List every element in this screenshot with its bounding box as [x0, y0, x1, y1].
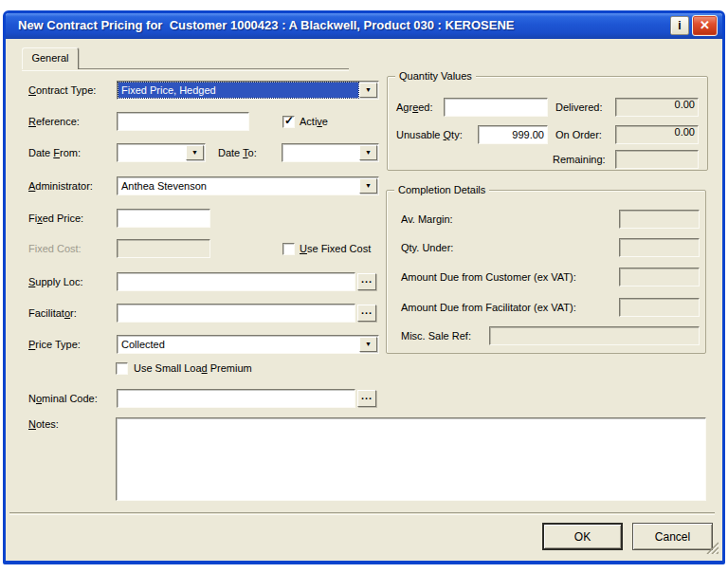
qty-under-label: Qty. Under:: [401, 238, 453, 257]
date-from-dropdown-button[interactable]: ▼: [186, 145, 204, 160]
active-checkbox[interactable]: ✓: [282, 116, 295, 128]
amount-due-customer-field: [619, 268, 700, 286]
quantity-values-title: Quantity Values: [395, 69, 476, 83]
completion-details-group: Completion Details Av. Margin: Qty. Unde…: [386, 190, 706, 354]
price-type-select[interactable]: Collected ▼: [117, 335, 379, 354]
facilitator-browse-button[interactable]: ...: [357, 305, 376, 322]
close-icon: ✕: [700, 18, 710, 32]
av-margin-label: Av. Margin:: [401, 210, 453, 229]
fixed-cost-label: Fixed Cost:: [28, 239, 82, 258]
nominal-code-label: Nominal Code:: [28, 389, 98, 408]
supply-loc-input[interactable]: [117, 272, 355, 291]
supply-loc-label: Supply Loc:: [28, 272, 83, 291]
help-icon: i: [678, 19, 681, 32]
fixed-price-input[interactable]: [117, 209, 210, 228]
help-button[interactable]: i: [670, 16, 689, 35]
use-fixed-cost-label: Use Fixed Cost: [300, 239, 371, 258]
fixed-cost-input: [117, 239, 210, 258]
chevron-down-icon: ▼: [360, 338, 376, 351]
unusable-qty-label: Unusable Qty:: [396, 125, 463, 144]
unusable-qty-input[interactable]: [478, 125, 548, 144]
dialog-window: New Contract Pricing for Customer 100042…: [3, 10, 725, 564]
chevron-down-icon: ▼: [360, 179, 376, 193]
remaining-label: Remaining:: [553, 150, 606, 169]
fixed-price-label: Fixed Price:: [28, 209, 83, 228]
tab-general[interactable]: General: [22, 47, 79, 69]
window-title: New Contract Pricing for Customer 100042…: [18, 18, 515, 32]
misc-sale-ref-label: Misc. Sale Ref:: [401, 326, 471, 345]
reference-label: Reference:: [28, 112, 80, 131]
misc-sale-ref-field: [489, 326, 700, 345]
quantity-values-group: Quantity Values Agreed: Delivered: 0.00 …: [387, 76, 708, 171]
use-fixed-cost-checkbox[interactable]: [282, 243, 295, 255]
amount-due-facilitator-field: [619, 298, 700, 317]
on-order-label: On Order:: [555, 125, 602, 144]
completion-details-title: Completion Details: [394, 183, 489, 197]
facilitator-input[interactable]: [117, 304, 355, 323]
ellipsis-icon: ...: [361, 390, 373, 401]
notes-label: Notes:: [28, 415, 59, 434]
date-from-label: Date From:: [28, 143, 81, 162]
administrator-value: Anthea Stevenson: [118, 178, 358, 194]
agreed-input[interactable]: [444, 98, 548, 117]
chevron-down-icon: ▼: [187, 146, 203, 159]
use-small-load-premium-checkbox[interactable]: [116, 362, 128, 375]
contract-type-label: Contract Type:: [28, 81, 96, 100]
administrator-select[interactable]: Anthea Stevenson ▼: [117, 176, 379, 195]
date-to-label: Date To:: [218, 143, 257, 162]
delivered-field: 0.00: [615, 98, 699, 117]
checkmark-icon: ✓: [284, 114, 294, 127]
administrator-label: Administrator:: [28, 176, 93, 195]
ok-button[interactable]: OK: [542, 523, 623, 550]
active-label: Active: [300, 112, 328, 131]
nominal-code-browse-button[interactable]: ...: [357, 390, 376, 407]
chevron-down-icon: ▼: [360, 83, 376, 97]
date-from-select[interactable]: ▼: [117, 143, 206, 162]
on-order-field: 0.00: [615, 125, 699, 144]
administrator-dropdown-button[interactable]: ▼: [359, 178, 377, 194]
av-margin-field: [619, 210, 700, 229]
contract-type-value: Fixed Price, Hedged: [118, 83, 358, 98]
cancel-button[interactable]: Cancel: [632, 523, 713, 550]
notes-textarea[interactable]: [116, 417, 706, 501]
ellipsis-icon: ...: [361, 273, 373, 285]
reference-input[interactable]: [117, 112, 249, 131]
amount-due-facilitator-label: Amount Due from Facilitator (ex VAT):: [401, 298, 576, 317]
facilitator-label: Facilitator:: [28, 304, 77, 323]
supply-loc-browse-button[interactable]: ...: [357, 273, 376, 290]
remaining-field: [615, 150, 699, 169]
nominal-code-input[interactable]: [117, 389, 355, 408]
date-to-select[interactable]: ▼: [282, 143, 379, 162]
resize-grip[interactable]: [703, 539, 719, 554]
title-bar[interactable]: New Contract Pricing for Customer 100042…: [6, 13, 722, 39]
close-button[interactable]: ✕: [692, 15, 718, 36]
delivered-label: Delivered:: [555, 98, 603, 117]
contract-type-select[interactable]: Fixed Price, Hedged ▼: [117, 81, 379, 100]
qty-under-field: [619, 238, 700, 257]
price-type-label: Price Type:: [28, 335, 81, 354]
use-small-load-premium-label: Use Small Load Premium: [134, 359, 252, 378]
price-type-dropdown-button[interactable]: ▼: [359, 337, 377, 352]
contract-type-dropdown-button[interactable]: ▼: [359, 83, 377, 98]
amount-due-customer-label: Amount Due from Customer (ex VAT):: [401, 268, 576, 286]
ellipsis-icon: ...: [361, 305, 373, 316]
date-to-dropdown-button[interactable]: ▼: [359, 145, 377, 160]
date-to-value: [283, 145, 358, 160]
date-from-value: [118, 145, 185, 160]
dialog-client-area: General Contract Type: Fixed Price, Hedg…: [6, 39, 722, 561]
agreed-label: Agreed:: [396, 98, 433, 117]
footer-separator: [9, 512, 715, 514]
price-type-value: Collected: [118, 337, 358, 352]
chevron-down-icon: ▼: [360, 146, 376, 159]
